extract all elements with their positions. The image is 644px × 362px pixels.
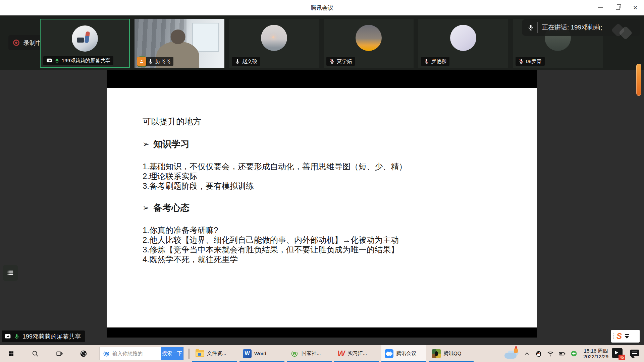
minimize-button[interactable] xyxy=(592,0,609,15)
taskbar-app-browser[interactable]: 国家社... xyxy=(287,345,332,362)
mic-on-icon xyxy=(14,334,20,340)
avatar xyxy=(356,25,382,51)
slide-section-heading: ➢ 知识学习 xyxy=(143,138,517,150)
participant-name: 罗艳柳 xyxy=(431,58,446,65)
participant-label: 厉飞飞 xyxy=(137,57,173,66)
restore-icon xyxy=(616,6,620,10)
task-view-button[interactable] xyxy=(52,345,67,362)
participant-tile-moxuejuan[interactable]: 莫学娟 xyxy=(324,19,414,68)
taskbar-clock[interactable]: 15:16 周四 2022/12/29 xyxy=(583,348,608,359)
participant-name: 赵文硕 xyxy=(242,58,257,65)
grip-dots-icon xyxy=(613,333,614,339)
sidebar-toggle-button[interactable] xyxy=(3,265,18,281)
participant-tile-luoyanliu[interactable]: 罗艳柳 xyxy=(418,19,508,68)
search-icon xyxy=(32,350,39,357)
participant-label: 罗艳柳 xyxy=(421,57,449,66)
security-shield-icon[interactable] xyxy=(570,349,578,358)
slide-list: 1.基础知识，不仅仅要会，还要形成自动化，善用思维导图（短、少、精） 2.理论联… xyxy=(143,162,517,191)
taskbar-app-file-explorer[interactable]: 文件资... xyxy=(192,345,237,362)
slide-list-item: 1.你真的准备考研嘛? xyxy=(143,225,517,235)
tray-qq-penguin-icon[interactable] xyxy=(534,349,543,358)
participant-label: 莫学娟 xyxy=(326,57,355,66)
participant-tile-dengLili[interactable]: 199邓莉莉的屏幕共享 xyxy=(40,19,130,68)
now-speaking-indicator: 正在讲话: 199邓莉莉; xyxy=(522,19,640,36)
participant-label: 赵文硕 xyxy=(232,57,260,66)
app-label: 文件资... xyxy=(207,350,226,357)
taskbar-divider xyxy=(188,349,190,359)
taskbar-search-button[interactable] xyxy=(28,345,43,362)
ime-minimize-icon xyxy=(625,334,629,335)
person-icon xyxy=(139,59,144,64)
meeting-watermark-icon xyxy=(613,25,637,41)
arrow-bullet-icon: ➢ xyxy=(143,203,149,213)
weather-icon[interactable] xyxy=(504,348,519,359)
heading-text: 备考心态 xyxy=(153,202,190,214)
window-controls: ✕ xyxy=(592,0,644,15)
clock-time: 15:16 周四 xyxy=(583,348,608,354)
app-label: 实习汇... xyxy=(348,350,367,357)
battery-icon[interactable] xyxy=(558,349,567,358)
share-banner-label: 199邓莉莉的屏幕共享 xyxy=(22,333,81,341)
app-label: 腾讯QQ xyxy=(443,350,461,357)
window-title: 腾讯会议 xyxy=(311,4,333,12)
search-input[interactable] xyxy=(112,351,161,356)
participant-tile-zhaowenshuo[interactable]: 赵文硕 xyxy=(229,19,319,68)
slide-list-item: 4.既然学不死，就往死里学 xyxy=(143,254,517,264)
mic-on-icon xyxy=(235,59,240,64)
chevron-up-icon xyxy=(524,350,530,357)
clock-date: 2022/12/29 xyxy=(583,354,608,359)
media-player-tray-icon[interactable]: 45 xyxy=(612,348,624,359)
close-button[interactable]: ✕ xyxy=(627,0,644,15)
pinwheel-icon xyxy=(80,350,87,357)
participant-name: 厉飞飞 xyxy=(155,58,170,65)
green-e-browser-icon xyxy=(290,349,299,358)
wps-icon: W xyxy=(337,350,345,358)
tray-expand-button[interactable] xyxy=(523,349,531,358)
shared-screen-region: 可以提升的地方 ➢ 知识学习 1.基础知识，不仅仅要会，还要形成自动化，善用思维… xyxy=(107,70,537,338)
slide-list-item: 2.他人比较【边界、细化到自己能做的事、内外部动机】→化被动为主动 xyxy=(143,235,517,245)
taskbar-app-qq[interactable]: 腾讯QQ xyxy=(429,345,474,362)
slide-title: 可以提升的地方 xyxy=(143,116,517,127)
slide-list-item: 3.修炼【竞争当中本来就会有胜负结果，但不要让胜负成为唯一的结果】 xyxy=(143,245,517,254)
start-button[interactable] xyxy=(3,345,19,362)
mic-muted-icon xyxy=(519,59,524,64)
main-area: 可以提升的地方 ➢ 知识学习 1.基础知识，不仅仅要会，还要形成自动化，善用思维… xyxy=(0,70,644,345)
taskbar: 搜索一下 文件资... W Word 国家社... W 实习汇... 腾讯会议 xyxy=(0,345,644,362)
list-icon xyxy=(7,269,14,277)
taskbar-search-box[interactable]: 搜索一下 xyxy=(99,347,184,360)
taskbar-right-group: 15:16 周四 2022/12/29 45 xyxy=(504,345,644,362)
slide-list-item: 1.基础知识，不仅仅要会，还要形成自动化，善用思维导图（短、少、精） xyxy=(143,162,517,171)
recording-label: 录制中 xyxy=(23,39,42,47)
sogou-logo-icon: S xyxy=(616,332,622,340)
tencent-meeting-window: 腾讯会议 ✕ 录制中 199邓莉莉的屏幕共享 xyxy=(0,0,644,362)
pinwheel-app-button[interactable] xyxy=(76,345,91,362)
taskbar-app-wps[interactable]: W 实习汇... xyxy=(334,345,379,362)
screen-share-icon xyxy=(4,333,11,340)
ime-menu-controls[interactable] xyxy=(625,334,629,339)
close-icon: ✕ xyxy=(633,5,638,11)
mic-muted-icon xyxy=(424,59,429,64)
action-center-icon[interactable] xyxy=(630,349,639,358)
minimize-icon xyxy=(598,7,603,8)
search-go-button[interactable]: 搜索一下 xyxy=(161,347,183,360)
titlebar: 腾讯会议 ✕ xyxy=(0,0,644,15)
heading-text: 知识学习 xyxy=(153,138,190,150)
window-decor xyxy=(192,23,219,52)
participant-name: 莫学娟 xyxy=(337,58,352,65)
mic-icon xyxy=(527,24,534,31)
divider xyxy=(537,22,538,33)
wifi-icon[interactable] xyxy=(546,349,555,358)
avatar xyxy=(261,25,287,51)
scrollbar-thumb[interactable] xyxy=(636,64,641,96)
notification-count-badge: 45 xyxy=(619,355,625,360)
taskbar-app-word[interactable]: W Word xyxy=(239,345,284,362)
taskbar-app-tencent-meeting[interactable]: 腾讯会议 xyxy=(381,345,426,362)
restore-button[interactable] xyxy=(609,0,627,15)
avatar xyxy=(72,25,98,52)
participant-label: 08罗青 xyxy=(516,57,545,66)
slide-list-item: 3.备考刷题阶段，要有模拟训练 xyxy=(143,181,517,191)
now-speaking-label: 正在讲话: 199邓莉莉; xyxy=(542,23,602,32)
input-method-bar[interactable]: S xyxy=(611,330,640,343)
avatar xyxy=(450,25,476,51)
participant-tile-lifeifei[interactable]: 厉飞飞 xyxy=(135,19,224,68)
